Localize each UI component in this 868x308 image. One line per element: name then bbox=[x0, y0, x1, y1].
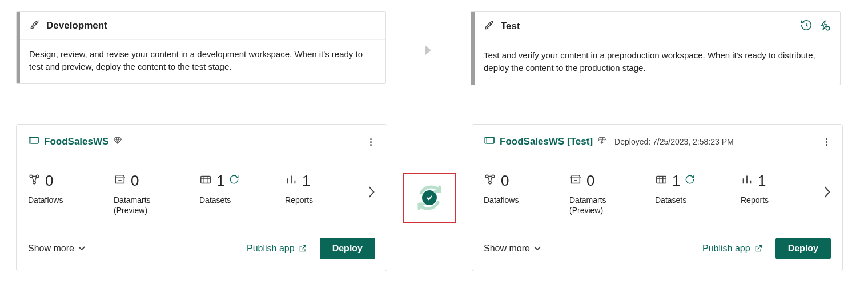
workspaces-row: FoodSalesWS 0 Dataflows 0 Datamarts bbox=[16, 124, 852, 271]
settings-lightning-icon[interactable] bbox=[818, 19, 831, 34]
stat-value: 0 bbox=[501, 172, 509, 190]
stats-row: 0 Dataflows 0 Datamarts (Preview) 1 Data… bbox=[484, 172, 831, 215]
svg-point-7 bbox=[33, 181, 36, 184]
stat-value: 1 bbox=[216, 172, 224, 190]
stage-headers-row: Development Design, review, and revise y… bbox=[16, 11, 852, 85]
workspace-icon bbox=[484, 136, 495, 147]
stat-value: 0 bbox=[131, 172, 139, 190]
stats-next-button[interactable] bbox=[367, 186, 375, 201]
stat-label: Dataflows bbox=[28, 195, 114, 205]
stat-value: 0 bbox=[45, 172, 53, 190]
stat-datamarts: 0 Datamarts (Preview) bbox=[114, 172, 199, 215]
deploy-button[interactable]: Deploy bbox=[320, 238, 375, 259]
stat-reports: 1 Reports bbox=[285, 172, 342, 205]
deploy-button[interactable]: Deploy bbox=[775, 238, 831, 259]
stat-value: 1 bbox=[672, 172, 680, 190]
svg-rect-10 bbox=[487, 137, 494, 143]
chevron-right-icon bbox=[425, 46, 431, 55]
show-more-button[interactable]: Show more bbox=[28, 243, 86, 254]
stat-value: 1 bbox=[302, 172, 310, 190]
stat-label: Datasets bbox=[199, 195, 285, 205]
datasets-icon bbox=[655, 173, 668, 188]
more-options-button[interactable] bbox=[822, 135, 831, 149]
more-options-button[interactable] bbox=[367, 135, 375, 149]
rocket-icon bbox=[29, 19, 41, 33]
chevron-down-icon bbox=[78, 246, 86, 251]
stat-datamarts: 0 Datamarts (Preview) bbox=[569, 172, 655, 215]
dataflows-icon bbox=[484, 173, 496, 188]
dataflows-icon bbox=[28, 173, 41, 188]
stage-description: Design, review, and revise your content … bbox=[17, 40, 385, 83]
svg-point-13 bbox=[489, 181, 492, 184]
datamarts-icon bbox=[114, 173, 126, 188]
stage-header-top: Test bbox=[471, 12, 840, 41]
svg-rect-14 bbox=[657, 177, 666, 183]
chevron-down-icon bbox=[533, 246, 541, 251]
history-icon[interactable] bbox=[800, 19, 813, 34]
show-more-label: Show more bbox=[28, 243, 74, 254]
stat-label: Reports bbox=[285, 195, 342, 205]
stat-datasets: 1 Datasets bbox=[655, 172, 741, 205]
reports-icon bbox=[285, 173, 298, 188]
external-link-icon bbox=[298, 244, 307, 253]
diamond-icon bbox=[597, 136, 606, 147]
datamarts-icon bbox=[569, 173, 582, 188]
stage-description: Test and verify your content in a prepro… bbox=[471, 41, 840, 85]
svg-point-1 bbox=[490, 23, 491, 25]
stage-title: Development bbox=[46, 20, 107, 31]
publish-app-label: Publish app bbox=[247, 243, 295, 254]
stage-header-actions bbox=[800, 19, 831, 34]
stats-row: 0 Dataflows 0 Datamarts (Preview) 1 Data… bbox=[28, 172, 375, 215]
reports-icon bbox=[741, 173, 753, 188]
sync-status-highlight bbox=[403, 173, 456, 223]
stage-card-test: Test Test and verify your content in a p… bbox=[471, 11, 841, 85]
rocket-icon bbox=[484, 19, 495, 33]
stat-dataflows: 0 Dataflows bbox=[28, 172, 114, 205]
datasets-icon bbox=[199, 173, 212, 188]
show-more-label: Show more bbox=[484, 243, 530, 254]
stage-card-development: Development Design, review, and revise y… bbox=[16, 11, 386, 84]
workspace-icon bbox=[28, 136, 39, 147]
stats-next-button[interactable] bbox=[823, 186, 831, 201]
svg-rect-4 bbox=[31, 137, 38, 143]
stat-label: Datamarts bbox=[114, 195, 199, 205]
workspace-footer: Show more Publish app Deploy bbox=[28, 238, 375, 259]
stat-label: Datasets bbox=[655, 195, 741, 205]
stat-dataflows: 0 Dataflows bbox=[484, 172, 569, 205]
svg-rect-8 bbox=[201, 177, 211, 183]
stat-value: 0 bbox=[586, 172, 594, 190]
stat-label: Dataflows bbox=[484, 195, 569, 205]
svg-point-0 bbox=[35, 23, 37, 24]
sync-status-area bbox=[387, 173, 472, 223]
stat-label: Reports bbox=[741, 195, 798, 205]
stage-arrow bbox=[386, 11, 471, 55]
workspace-card-dev: FoodSalesWS 0 Dataflows 0 Datamarts bbox=[16, 124, 387, 271]
workspace-card-test: FoodSalesWS [Test] Deployed: 7/25/2023, … bbox=[472, 124, 843, 271]
workspace-name-link[interactable]: FoodSalesWS bbox=[44, 136, 108, 147]
workspace-footer: Show more Publish app Deploy bbox=[484, 238, 831, 259]
stat-value: 1 bbox=[758, 172, 766, 190]
stat-label: Datamarts bbox=[569, 195, 655, 205]
sync-icon[interactable] bbox=[412, 181, 447, 215]
workspace-header: FoodSalesWS [Test] Deployed: 7/25/2023, … bbox=[484, 135, 831, 149]
workspace-name-link[interactable]: FoodSalesWS [Test] bbox=[500, 136, 593, 147]
refresh-icon[interactable] bbox=[685, 174, 695, 187]
stat-reports: 1 Reports bbox=[741, 172, 798, 205]
stage-title: Test bbox=[501, 21, 520, 32]
stat-datasets: 1 Datasets bbox=[199, 172, 285, 205]
diamond-icon bbox=[113, 136, 122, 147]
stat-sublabel: (Preview) bbox=[114, 206, 199, 215]
workspace-header: FoodSalesWS bbox=[28, 135, 375, 149]
publish-app-label: Publish app bbox=[702, 243, 750, 254]
stage-header-top: Development bbox=[17, 12, 385, 40]
deployed-timestamp: Deployed: 7/25/2023, 2:58:23 PM bbox=[614, 137, 734, 146]
refresh-icon[interactable] bbox=[229, 174, 239, 187]
show-more-button[interactable]: Show more bbox=[484, 243, 541, 254]
publish-app-button[interactable]: Publish app bbox=[702, 243, 763, 254]
publish-app-button[interactable]: Publish app bbox=[247, 243, 307, 254]
sync-arrows-icon bbox=[412, 181, 447, 215]
stat-sublabel: (Preview) bbox=[569, 206, 655, 215]
external-link-icon bbox=[754, 244, 763, 253]
svg-point-2 bbox=[826, 26, 829, 30]
svg-rect-3 bbox=[29, 137, 38, 143]
